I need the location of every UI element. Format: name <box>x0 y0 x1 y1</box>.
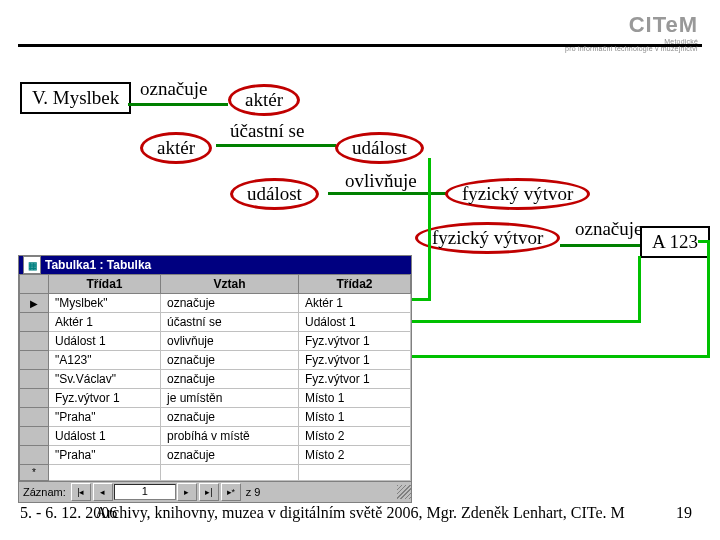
node-udalost-1: událost <box>335 132 424 164</box>
cell[interactable]: "Praha" <box>49 446 161 465</box>
row-selector[interactable] <box>20 408 49 427</box>
nav-prev-button[interactable]: ◂ <box>93 483 113 501</box>
table-row[interactable]: "Sv.Václav"označujeFyz.výtvor 1 <box>20 370 411 389</box>
link-line <box>707 240 710 358</box>
footer-page: 19 <box>676 504 692 522</box>
cell[interactable]: "Praha" <box>49 408 161 427</box>
cell[interactable]: označuje <box>161 370 299 389</box>
row-selector[interactable] <box>20 389 49 408</box>
col-vztah[interactable]: Vztah <box>161 275 299 294</box>
record-number-input[interactable]: 1 <box>114 484 176 500</box>
link-line <box>698 240 710 243</box>
table-row[interactable]: Událost 1probíhá v místěMísto 2 <box>20 427 411 446</box>
cell[interactable]: Místo 1 <box>298 389 410 408</box>
row-selector[interactable] <box>20 313 49 332</box>
rel-oznacuje-1: označuje <box>140 78 208 100</box>
node-akter-2: aktér <box>140 132 212 164</box>
logo-sub2: pro informační technologie v muzejnictví <box>565 45 698 52</box>
cell[interactable]: Událost 1 <box>49 332 161 351</box>
node-udalost-2: událost <box>230 178 319 210</box>
logo-block: CITeM Metodické pro informační technolog… <box>565 12 698 52</box>
record-navigator: Záznam: |◂ ◂ 1 ▸ ▸| ▸* z 9 <box>19 481 411 502</box>
row-selector[interactable] <box>20 370 49 389</box>
link-line <box>400 355 710 358</box>
rel-ucastni-se: účastní se <box>230 120 304 142</box>
row-selector[interactable] <box>20 351 49 370</box>
cell[interactable]: Aktér 1 <box>298 294 410 313</box>
data-grid[interactable]: Třída1 Vztah Třída2 ▶"Myslbek"označujeAk… <box>19 274 411 481</box>
node-akter-1: aktér <box>228 84 300 116</box>
row-selector[interactable] <box>20 427 49 446</box>
cell[interactable]: označuje <box>161 408 299 427</box>
cell[interactable]: Fyz.výtvor 1 <box>298 332 410 351</box>
row-selector[interactable]: ▶ <box>20 294 49 313</box>
datasheet-icon: ▦ <box>23 256 41 274</box>
cell[interactable]: Událost 1 <box>298 313 410 332</box>
record-count: z 9 <box>242 486 265 498</box>
link-line <box>428 158 431 301</box>
record-label: Záznam: <box>19 486 70 498</box>
cell[interactable]: Místo 2 <box>298 446 410 465</box>
logo-name: CITeM <box>565 12 698 38</box>
nav-last-button[interactable]: ▸| <box>199 483 219 501</box>
titlebar[interactable]: ▦ Tabulka1 : Tabulka <box>19 256 411 274</box>
cell[interactable]: označuje <box>161 351 299 370</box>
table-row[interactable]: Fyz.výtvor 1je umístěnMísto 1 <box>20 389 411 408</box>
nav-first-button[interactable]: |◂ <box>71 483 91 501</box>
cell[interactable]: Fyz.výtvor 1 <box>298 370 410 389</box>
logo-sub1: Metodické <box>565 38 698 45</box>
table-row[interactable]: ▶"Myslbek"označujeAktér 1 <box>20 294 411 313</box>
cell[interactable]: účastní se <box>161 313 299 332</box>
link-line <box>400 320 640 323</box>
table-row[interactable]: "A123"označujeFyz.výtvor 1 <box>20 351 411 370</box>
cell[interactable]: ovlivňuje <box>161 332 299 351</box>
table-row[interactable]: Aktér 1účastní seUdálost 1 <box>20 313 411 332</box>
nav-new-button[interactable]: ▸* <box>221 483 241 501</box>
col-trida1[interactable]: Třída1 <box>49 275 161 294</box>
col-trida2[interactable]: Třída2 <box>298 275 410 294</box>
node-fyz-vytvor-2: fyzický výtvor <box>415 222 560 254</box>
table-row-new[interactable]: * <box>20 465 411 481</box>
rel-oznacuje-2: označuje <box>575 218 643 240</box>
connector <box>128 103 228 106</box>
cell[interactable]: označuje <box>161 294 299 313</box>
footer-center: Archivy, knihovny, muzea v digitálním sv… <box>0 504 720 522</box>
table-row[interactable]: "Praha"označujeMísto 2 <box>20 446 411 465</box>
cell[interactable]: probíhá v místě <box>161 427 299 446</box>
row-selector-new[interactable]: * <box>20 465 49 481</box>
cell[interactable]: "A123" <box>49 351 161 370</box>
cell[interactable]: označuje <box>161 446 299 465</box>
cell[interactable]: Místo 1 <box>298 408 410 427</box>
row-selector[interactable] <box>20 446 49 465</box>
cell[interactable]: "Myslbek" <box>49 294 161 313</box>
cell[interactable]: Aktér 1 <box>49 313 161 332</box>
cell[interactable]: Událost 1 <box>49 427 161 446</box>
cell[interactable] <box>161 465 299 481</box>
table-row[interactable]: Událost 1ovlivňujeFyz.výtvor 1 <box>20 332 411 351</box>
node-myslbek: V. Myslbek <box>20 82 131 114</box>
cell[interactable] <box>49 465 161 481</box>
table-row[interactable]: "Praha"označujeMísto 1 <box>20 408 411 427</box>
cell[interactable]: Fyz.výtvor 1 <box>298 351 410 370</box>
node-fyz-vytvor-1: fyzický výtvor <box>445 178 590 210</box>
connector <box>216 144 336 147</box>
rowhead-blank <box>20 275 49 294</box>
connector <box>560 244 640 247</box>
window-title: Tabulka1 : Tabulka <box>45 258 151 272</box>
cell[interactable]: "Sv.Václav" <box>49 370 161 389</box>
rel-ovlivnuje: ovlivňuje <box>345 170 417 192</box>
cell[interactable]: Místo 2 <box>298 427 410 446</box>
resize-grip-icon[interactable] <box>397 485 411 499</box>
cell[interactable] <box>298 465 410 481</box>
cell[interactable]: je umístěn <box>161 389 299 408</box>
table-window: ▦ Tabulka1 : Tabulka Třída1 Vztah Třída2… <box>18 255 412 503</box>
cell[interactable]: Fyz.výtvor 1 <box>49 389 161 408</box>
link-line <box>638 256 641 323</box>
row-selector[interactable] <box>20 332 49 351</box>
nav-next-button[interactable]: ▸ <box>177 483 197 501</box>
